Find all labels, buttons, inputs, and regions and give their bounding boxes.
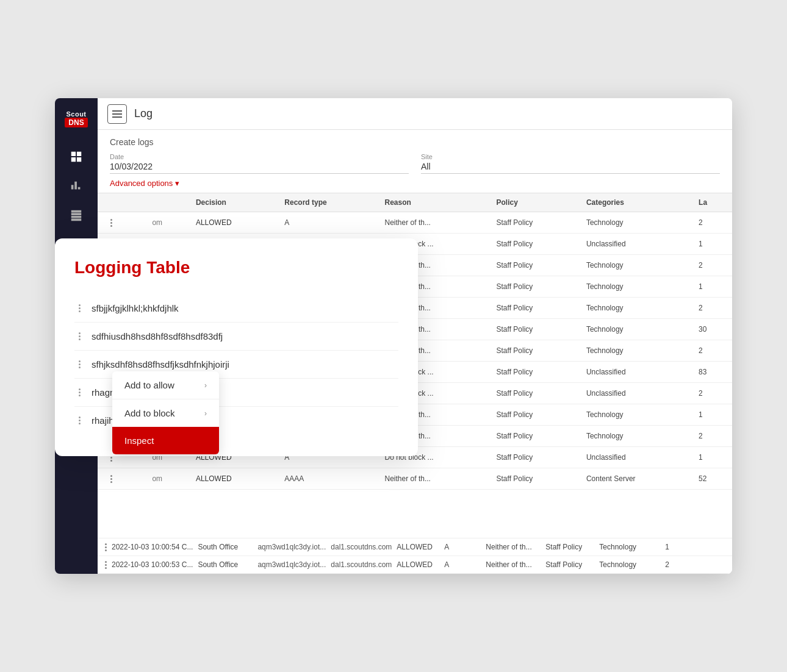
row-categories-1: Unclassified: [579, 234, 691, 255]
date-filter: Date 10/03/2022: [110, 153, 409, 174]
list-item-text-1: sdfhiusdh8hsd8hf8sdf8hsdf83dfj: [92, 331, 223, 341]
row-policy-7: Staff Policy: [489, 362, 579, 383]
row-categories-12: Content Server: [579, 468, 691, 490]
bottom-row-decision-0: ALLOWED: [397, 543, 439, 551]
list-item-dots-3[interactable]: [74, 388, 84, 396]
bottom-row-lat-1: 2: [665, 560, 683, 569]
list-items: sfbjjkfgjklhkl;khkfdjhlk sdfhiusdh8hsd8h…: [74, 295, 398, 434]
row-policy-6: Staff Policy: [489, 340, 579, 362]
row-lat-4: 2: [691, 298, 732, 319]
bottom-row: 2022-10-03 10:00:53 C... South Office aq…: [98, 556, 732, 574]
col-reason: Reason: [378, 193, 489, 212]
row-lat-5: 30: [691, 319, 732, 340]
row-categories-6: Technology: [579, 340, 691, 362]
row-categories-4: Technology: [579, 298, 691, 319]
list-item-dots-4[interactable]: [74, 416, 84, 424]
col-record-type: Record type: [277, 193, 377, 212]
header-menu-button[interactable]: [107, 104, 127, 124]
sidebar-item-table[interactable]: [64, 203, 88, 227]
sidebar-item-chart[interactable]: [64, 174, 88, 198]
row-dots-0[interactable]: [98, 212, 145, 234]
list-item-dots-1[interactable]: [74, 332, 84, 340]
bottom-row-rectype-1: A: [444, 560, 481, 569]
row-categories-10: Technology: [579, 426, 691, 447]
table-row: om ALLOWED AAAA Neither of th... Staff P…: [98, 468, 732, 490]
sidebar-item-dashboard[interactable]: [64, 145, 88, 169]
bottom-row-dots-1[interactable]: [105, 561, 107, 569]
row-categories-9: Technology: [579, 404, 691, 426]
bottom-row-reason-1: Neither of th...: [486, 560, 541, 569]
site-label: Site: [421, 153, 720, 160]
advanced-options-toggle[interactable]: Advanced options ▾: [110, 179, 720, 188]
row-policy-5: Staff Policy: [489, 319, 579, 340]
row-lat-8: 2: [691, 383, 732, 404]
row-lat-10: 2: [691, 426, 732, 447]
row-policy-8: Staff Policy: [489, 383, 579, 404]
row-record-type-12: AAAA: [277, 468, 377, 490]
list-item-dots-0[interactable]: [74, 304, 84, 312]
row-lat-3: 1: [691, 276, 732, 298]
row-policy-2: Staff Policy: [489, 255, 579, 276]
row-reason-0: Neither of th...: [378, 212, 489, 234]
col-lat: La: [691, 193, 732, 212]
filter-row: Date 10/03/2022 Site All: [110, 153, 720, 174]
date-label: Date: [110, 153, 409, 160]
row-categories-7: Unclassified: [579, 362, 691, 383]
context-menu-item-0[interactable]: Add to allow ›: [112, 371, 219, 399]
bottom-row-lat-0: 1: [665, 543, 683, 551]
chevron-right-icon: ›: [204, 409, 207, 418]
list-item-dots-2[interactable]: [74, 360, 84, 368]
filter-section: Create logs Date 10/03/2022 Site All Adv…: [98, 130, 732, 193]
header: Log: [98, 98, 732, 130]
chevron-down-icon: ▾: [175, 179, 179, 188]
bottom-row-dots-0[interactable]: [105, 543, 107, 551]
context-menu-label-1: Add to block: [124, 408, 175, 418]
row-suffix-0: om: [145, 212, 189, 234]
bottom-row-rectype-0: A: [444, 543, 481, 551]
row-policy-3: Staff Policy: [489, 276, 579, 298]
row-policy-12: Staff Policy: [489, 468, 579, 490]
logo-dns-text: DNS: [65, 118, 87, 127]
bottom-row-cats-1: Technology: [599, 560, 660, 569]
list-item-text-2: sfhjksdhf8hsd8fhsdfjksdhfnkjhjoirji: [92, 359, 229, 370]
date-value[interactable]: 10/03/2022: [110, 162, 409, 174]
bottom-row-decision-1: ALLOWED: [397, 560, 439, 569]
col-dots: [98, 193, 145, 212]
context-menu-label-2: Inspect: [124, 435, 154, 446]
bottom-row-policy-0: Staff Policy: [545, 543, 594, 551]
row-lat-1: 1: [691, 234, 732, 255]
bottom-row: 2022-10-03 10:00:54 C... South Office aq…: [98, 538, 732, 556]
bottom-row-date-1: 2022-10-03 10:00:53 C...: [112, 560, 193, 569]
context-menu-item-1[interactable]: Add to block ›: [112, 399, 219, 427]
row-policy-4: Staff Policy: [489, 298, 579, 319]
floating-card: Logging Table sfbjjkfgjklhkl;khkfdjhlk s…: [55, 238, 418, 456]
col-suffix: [145, 193, 189, 212]
site-value[interactable]: All: [421, 162, 720, 174]
bottom-row-site-1: South Office: [198, 560, 253, 569]
row-categories-2: Technology: [579, 255, 691, 276]
row-lat-6: 2: [691, 340, 732, 362]
advanced-options-label: Advanced options: [110, 179, 173, 188]
bottom-rows: 2022-10-03 10:00:54 C... South Office aq…: [98, 538, 732, 574]
bottom-row-reason-0: Neither of th...: [486, 543, 541, 551]
row-policy-11: Staff Policy: [489, 447, 579, 468]
row-categories-5: Technology: [579, 319, 691, 340]
bottom-row-cats-0: Technology: [599, 543, 660, 551]
row-policy-1: Staff Policy: [489, 234, 579, 255]
bottom-row-dest-1: dal1.scoutdns.com: [331, 560, 392, 569]
row-dots-12[interactable]: [98, 468, 145, 490]
bottom-row-date-0: 2022-10-03 10:00:54 C...: [112, 543, 193, 551]
row-categories-0: Technology: [579, 212, 691, 234]
logo-scout-text: Scout: [66, 110, 86, 118]
row-lat-7: 83: [691, 362, 732, 383]
bottom-row-dest-0: dal1.scoutdns.com: [331, 543, 392, 551]
row-reason-12: Neither of th...: [378, 468, 489, 490]
row-lat-2: 2: [691, 255, 732, 276]
list-item: sfbjjkfgjklhkl;khkfdjhlk: [74, 295, 398, 323]
context-menu-item-2[interactable]: Inspect: [112, 427, 219, 454]
filter-section-title: Create logs: [110, 137, 720, 147]
floating-card-title: Logging Table: [74, 258, 398, 277]
list-item-text-0: sfbjjkfgjklhkl;khkfdjhlk: [92, 303, 179, 313]
chevron-right-icon: ›: [204, 381, 207, 390]
row-suffix-12: om: [145, 468, 189, 490]
